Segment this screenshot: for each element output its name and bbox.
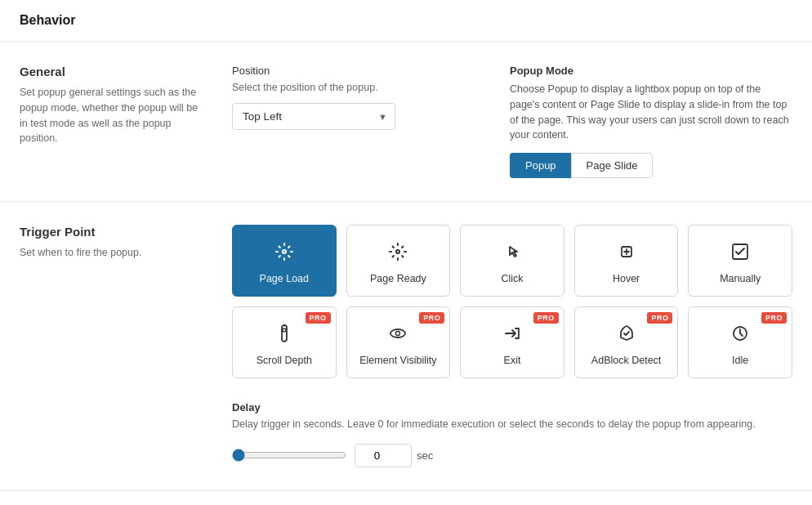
general-content: Position Select the position of the popu… [232,65,792,178]
general-row: Position Select the position of the popu… [232,65,792,178]
popup-mode-pageslide-button[interactable]: Page Slide [571,153,654,178]
svg-line-5 [279,247,279,248]
element-visibility-pro-badge: PRO [419,312,444,324]
delay-description: Delay trigger in seconds. Leave 0 for im… [232,417,792,432]
trigger-adblock-detect[interactable]: PRO AdBlock Detect [574,306,679,378]
delay-unit: sec [417,449,433,462]
svg-point-23 [396,332,400,336]
hover-label: Hover [613,273,640,284]
trigger-exit[interactable]: PRO Exit [460,306,564,378]
exit-icon [501,322,524,348]
general-heading: General [20,65,199,78]
trigger-heading: Trigger Point [20,225,199,239]
svg-line-6 [288,256,289,257]
manually-icon [729,240,752,266]
adblock-detect-icon [615,322,638,348]
page-header: Behavior [0,0,812,42]
trigger-grid: Page Load Pag [232,225,792,378]
element-visibility-icon [386,322,409,348]
position-hint: Select the position of the popup. [232,82,395,93]
svg-point-22 [390,329,405,337]
idle-label: Idle [732,355,748,366]
popup-mode-popup-button[interactable]: Popup [510,153,571,178]
page-title: Behavior [20,13,792,28]
position-field: Position Select the position of the popu… [232,65,395,178]
adblock-detect-pro-badge: PRO [647,312,672,324]
page-load-icon [273,240,296,266]
scroll-depth-icon [273,322,296,348]
svg-point-21 [283,328,286,332]
svg-line-8 [279,256,279,257]
element-visibility-label: Element Visibility [359,355,436,366]
adblock-detect-label: AdBlock Detect [591,355,661,366]
position-select-wrapper: Top Left Top Center Top Right Middle Lef… [232,103,395,130]
page-ready-label: Page Ready [370,273,426,284]
general-section: General Set popup general settings such … [0,42,812,202]
svg-line-7 [288,247,289,248]
exit-label: Exit [504,355,521,366]
svg-line-16 [402,247,403,248]
general-description: Set popup general settings such as the p… [20,85,199,146]
click-icon [501,240,524,266]
delay-slider[interactable] [232,449,346,462]
scroll-depth-pro-badge: PRO [306,312,331,324]
popup-mode-label: Popup Mode [510,65,792,77]
trigger-content: Page Load Pag [232,225,792,467]
page-load-label: Page Load [260,273,309,284]
popup-mode-toggle: Popup Page Slide [510,153,792,178]
trigger-click[interactable]: Click [460,225,564,297]
exit-pro-badge: PRO [533,312,559,324]
trigger-element-visibility[interactable]: PRO Element Visibility [346,306,451,378]
general-label: General Set popup general settings such … [20,65,199,178]
svg-point-0 [283,250,286,253]
delay-controls: sec [232,444,792,467]
popup-mode-field: Popup Mode Choose Popup to display a lig… [510,65,792,178]
svg-line-15 [402,256,403,257]
idle-pro-badge: PRO [761,312,787,324]
position-select[interactable]: Top Left Top Center Top Right Middle Lef… [232,103,395,130]
idle-icon [729,322,752,348]
trigger-description: Set when to fire the popup. [20,245,199,261]
position-label: Position [232,65,395,77]
delay-input-wrap: sec [355,444,433,467]
trigger-scroll-depth[interactable]: PRO Scroll Depth [232,306,337,378]
manually-label: Manually [720,273,761,284]
svg-point-9 [396,250,399,253]
delay-section: Delay Delay trigger in seconds. Leave 0 … [232,401,792,467]
page-ready-icon [386,240,409,266]
trigger-idle[interactable]: PRO Idle [688,306,792,378]
svg-line-14 [393,247,394,248]
click-label: Click [501,273,523,284]
trigger-hover[interactable]: Hover [574,225,679,297]
scroll-depth-label: Scroll Depth [257,355,312,366]
svg-line-17 [393,256,394,257]
trigger-page-ready[interactable]: Page Ready [346,225,451,297]
delay-label: Delay [232,401,792,413]
popup-mode-description: Choose Popup to display a lightbox popup… [510,82,792,143]
hover-icon [615,240,638,266]
trigger-manually[interactable]: Manually [688,225,792,297]
trigger-section: Trigger Point Set when to fire the popup… [0,202,812,491]
trigger-label: Trigger Point Set when to fire the popup… [20,225,199,467]
delay-number-input[interactable] [355,444,412,467]
trigger-page-load[interactable]: Page Load [232,225,337,297]
svg-rect-20 [282,325,287,342]
